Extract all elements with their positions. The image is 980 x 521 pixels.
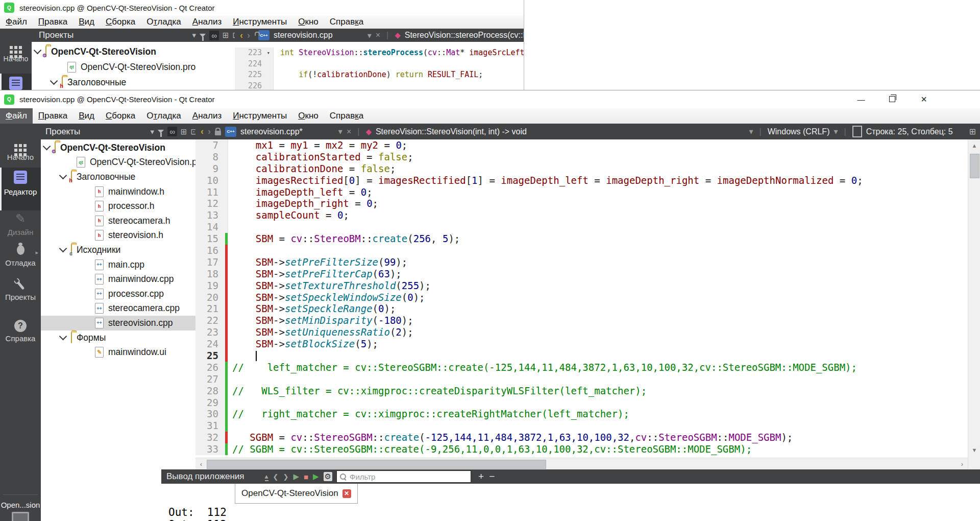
code-editor[interactable]: 7 mx1 = my1 = mx2 = my2 = 0;8 calibratio… bbox=[195, 139, 968, 458]
run-icon[interactable]: ▶ bbox=[293, 472, 299, 481]
hscroll-thumb[interactable] bbox=[207, 460, 546, 469]
scroll-left-icon[interactable]: ‹ bbox=[197, 458, 206, 470]
gutter-line-number[interactable]: 25 bbox=[195, 350, 228, 362]
code-line[interactable]: 12 imageDepth_right = 0; bbox=[195, 198, 968, 209]
bg-sidebar-item-welcome[interactable]: Начало bbox=[0, 44, 32, 63]
zoom-in-button[interactable]: + bbox=[478, 471, 484, 482]
gutter-line-number[interactable]: 20 bbox=[195, 292, 228, 303]
menu-Анализ[interactable]: Анализ bbox=[187, 108, 227, 124]
menu-Справка[interactable]: Справка bbox=[324, 15, 369, 29]
expand-arrow-icon[interactable] bbox=[43, 143, 51, 151]
gutter-line-number[interactable]: 27 bbox=[195, 373, 228, 385]
gutter-line-number[interactable]: 23 bbox=[195, 326, 228, 338]
split-pane-icon[interactable]: ⊞ bbox=[223, 31, 229, 40]
code-line[interactable]: 14 bbox=[195, 221, 968, 233]
settings-gear-icon[interactable]: ⚙ bbox=[324, 472, 332, 481]
tree-item-stereovision.h[interactable]: hstereovision.h bbox=[41, 228, 195, 243]
menu-Инструменты[interactable]: Инструменты bbox=[227, 108, 292, 124]
menu-Сборка[interactable]: Сборка bbox=[100, 15, 141, 29]
tree-item-Заголовочные[interactable]: hЗаголовочные bbox=[32, 75, 235, 90]
sidebar-item-Начало[interactable]: Начало bbox=[0, 139, 41, 170]
menu-Файл[interactable]: Файл bbox=[0, 108, 33, 124]
filter-icon[interactable] bbox=[158, 130, 164, 133]
code-line[interactable]: 225 if(!calibrationDone) return RESULT_F… bbox=[235, 69, 524, 81]
code-line[interactable]: 29 bbox=[195, 397, 968, 409]
code-line[interactable]: 226 bbox=[235, 81, 524, 90]
menu-Отладка[interactable]: Отладка bbox=[141, 15, 187, 29]
code-line[interactable]: 8 calibrationStarted = false; bbox=[195, 151, 968, 163]
code-line[interactable]: 13 sampleCount = 0; bbox=[195, 209, 968, 221]
menu-Вид[interactable]: Вид bbox=[73, 15, 100, 29]
code-line[interactable]: 25 bbox=[195, 350, 968, 362]
sidebar-item-Справка[interactable]: ?Справка bbox=[0, 317, 41, 353]
vscroll-thumb[interactable] bbox=[970, 154, 979, 178]
gutter-line-number[interactable]: 22 bbox=[195, 315, 228, 326]
code-line[interactable]: 11 imageDepth_left = 0; bbox=[195, 186, 968, 198]
code-line[interactable]: 26// left_matcher = cv::StereoSGBM::crea… bbox=[195, 362, 968, 373]
expand-arrow-icon[interactable] bbox=[59, 172, 67, 180]
menu-Файл[interactable]: Файл bbox=[0, 15, 33, 29]
scroll-right-icon[interactable]: › bbox=[958, 458, 967, 470]
code-line[interactable]: 32 SGBM = cv::StereoSGBM::create(-125,14… bbox=[195, 432, 968, 443]
code-line[interactable]: 19 SBM->setTextureThreshold(255); bbox=[195, 280, 968, 292]
tree-item-mainwindow.cpp[interactable]: ++mainwindow.cpp bbox=[41, 272, 195, 287]
gutter-line-number[interactable]: 19 bbox=[195, 280, 228, 292]
gutter-line-number[interactable]: 226 bbox=[235, 81, 274, 90]
code-line[interactable]: 10 imagesRectified[0] = imagesRectified[… bbox=[195, 175, 968, 186]
code-line[interactable]: 21 SBM->setSpeckleRange(0); bbox=[195, 303, 968, 315]
sidebar-item-Проекты[interactable]: Проекты bbox=[0, 277, 41, 314]
tree-item-Заголовочные[interactable]: hЗаголовочные bbox=[41, 170, 195, 184]
link-with-editor-icon[interactable]: ∞ bbox=[209, 31, 219, 40]
bg-code-editor[interactable]: 223▾int StereoVision::stereoProcess(cv::… bbox=[235, 42, 524, 90]
rerun-icon[interactable]: ▴ bbox=[265, 472, 268, 481]
scroll-up-icon[interactable]: ▲ bbox=[968, 140, 980, 151]
lineending-dropdown-icon[interactable]: ▾ bbox=[834, 127, 838, 136]
tree-item-Формы[interactable]: Формы bbox=[41, 330, 195, 345]
gutter-line-number[interactable]: 30 bbox=[195, 408, 228, 420]
code-line[interactable]: 16 bbox=[195, 245, 968, 256]
code-line[interactable]: 9 calibrationDone = false; bbox=[195, 163, 968, 175]
gutter-line-number[interactable]: 16 bbox=[195, 245, 228, 256]
close-document-icon[interactable]: × bbox=[376, 31, 380, 40]
fold-marker-icon[interactable]: ▾ bbox=[266, 48, 270, 59]
gutter-line-number[interactable]: 29 bbox=[195, 397, 228, 409]
gutter-line-number[interactable]: 15 bbox=[195, 233, 228, 245]
gutter-line-number[interactable]: 28 bbox=[195, 385, 228, 397]
zoom-out-button[interactable]: − bbox=[489, 471, 495, 482]
menu-Правка[interactable]: Правка bbox=[33, 108, 73, 124]
tree-item-processor.h[interactable]: hprocessor.h bbox=[41, 199, 195, 214]
back-icon[interactable]: ‹ bbox=[201, 126, 204, 137]
pane-dropdown-icon[interactable]: ▾ bbox=[192, 31, 197, 40]
code-line[interactable]: 224 bbox=[235, 59, 524, 70]
gutter-line-number[interactable]: 7 bbox=[195, 139, 228, 151]
menu-Окно[interactable]: Окно bbox=[292, 108, 324, 124]
menu-Сборка[interactable]: Сборка bbox=[100, 108, 141, 124]
prev-item-icon[interactable]: ❮ bbox=[273, 473, 279, 481]
code-line[interactable]: 18 SBM->setPreFilterCap(63); bbox=[195, 268, 968, 280]
tree-item-OpenCV-Qt-StereoVision[interactable]: ⚙OpenCV-Qt-StereoVision bbox=[32, 44, 235, 59]
forward-icon[interactable]: › bbox=[247, 30, 250, 41]
menu-Инструменты[interactable]: Инструменты bbox=[227, 15, 292, 29]
code-line[interactable]: 7 mx1 = my1 = mx2 = my2 = 0; bbox=[195, 139, 968, 151]
code-line[interactable]: 22 SBM->setMinDisparity(-180); bbox=[195, 315, 968, 326]
gutter-line-number[interactable]: 33 bbox=[195, 443, 228, 455]
split-pane-icon[interactable]: ⊞ bbox=[181, 127, 187, 136]
open-document-tab[interactable]: stereovision.cpp* bbox=[240, 127, 303, 136]
sidebar-item-Редактор[interactable]: Редактор bbox=[0, 168, 41, 210]
bg-sidebar-item-editor[interactable] bbox=[0, 74, 32, 90]
gutter-line-number[interactable]: 8 bbox=[195, 151, 228, 163]
tree-item-mainwindow.h[interactable]: hmainwindow.h bbox=[41, 184, 195, 199]
document-dropdown-icon[interactable]: ▾ bbox=[338, 127, 342, 136]
gutter-line-number[interactable]: 14 bbox=[195, 221, 228, 233]
current-symbol[interactable]: StereoVision::StereoVision(int, int) -> … bbox=[376, 127, 527, 136]
code-line[interactable]: 30// right_matcher = cv::ximgproc::creat… bbox=[195, 408, 968, 420]
filter-icon[interactable] bbox=[200, 34, 206, 37]
forward-icon[interactable]: › bbox=[208, 126, 211, 137]
close-button[interactable]: × bbox=[912, 91, 936, 107]
code-line[interactable]: 17 SBM->setPreFilterSize(99); bbox=[195, 256, 968, 268]
gutter-line-number[interactable]: 224 bbox=[235, 59, 274, 70]
bg-open-document-tab[interactable]: stereovision.cpp bbox=[274, 31, 333, 40]
minimize-button[interactable]: — bbox=[849, 91, 873, 107]
gutter-line-number[interactable]: 9 bbox=[195, 163, 228, 175]
bg-current-symbol[interactable]: StereoVision::stereoProcess(cv::Mat *, c… bbox=[405, 31, 524, 40]
